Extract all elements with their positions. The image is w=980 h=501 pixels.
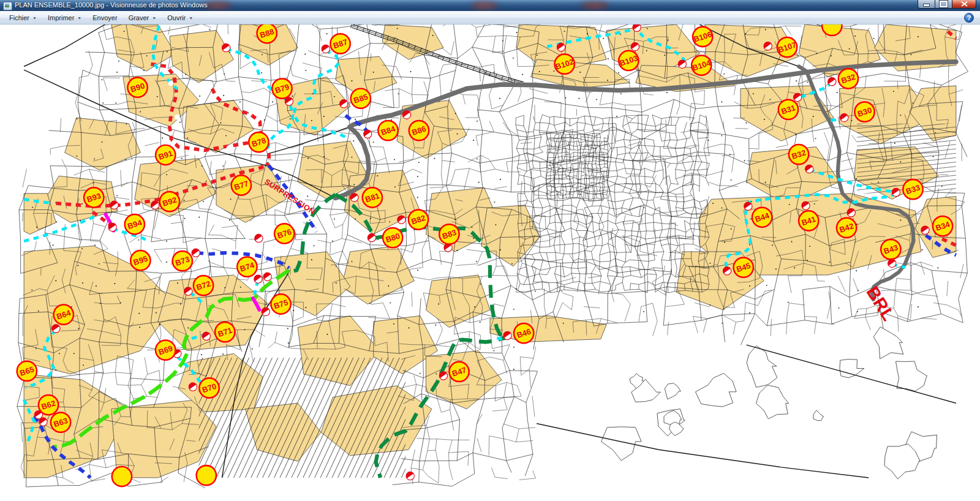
map-label-B85: B85 bbox=[351, 89, 371, 108]
map-label-B86: B86 bbox=[409, 121, 429, 140]
menu-item-fichier[interactable]: Fichier▼ bbox=[4, 12, 42, 23]
map-label-B107: B107 bbox=[777, 37, 797, 57]
minimize-icon bbox=[923, 4, 930, 7]
map-label-B69: B69 bbox=[156, 340, 175, 360]
help-icon: ? bbox=[967, 14, 971, 21]
menu-item-ouvrir[interactable]: Ouvrir▼ bbox=[162, 12, 198, 23]
route-gap-dot bbox=[227, 145, 232, 151]
titlebar[interactable]: PLAN ENSEMBLE_10000.jpg - Visionneuse de… bbox=[0, 0, 980, 12]
parcel-zone bbox=[216, 164, 286, 222]
parcel-zone bbox=[24, 246, 175, 374]
map-label-B32: B32 bbox=[789, 145, 809, 164]
map-label-B80: B80 bbox=[383, 228, 402, 247]
map-label-B95: B95 bbox=[130, 250, 150, 270]
map-label-B70: B70 bbox=[199, 378, 219, 397]
map-label-B63: B63 bbox=[51, 412, 70, 432]
road-line bbox=[537, 424, 869, 478]
map-label-B83: B83 bbox=[439, 224, 459, 244]
map-label-B34: B34 bbox=[933, 216, 952, 236]
map-label-B30: B30 bbox=[854, 102, 874, 121]
map-label-B78: B78 bbox=[249, 132, 268, 152]
map-label-B82: B82 bbox=[409, 209, 428, 229]
map-label-B41: B41 bbox=[799, 211, 818, 230]
map-image: B88B87B90B79B85B84B86B78B91B77B93B92B81B… bbox=[0, 24, 980, 501]
menu-item-label: Ouvrir bbox=[167, 14, 186, 21]
restore-button[interactable] bbox=[935, 0, 952, 9]
route-gap-dot bbox=[175, 115, 180, 120]
photo-viewer-window: PLAN ENSEMBLE_10000.jpg - Visionneuse de… bbox=[0, 0, 980, 501]
cyan-bit-b30 bbox=[831, 119, 840, 121]
parcel-zone bbox=[426, 275, 490, 328]
map-label-B77: B77 bbox=[232, 175, 251, 195]
menu-item-label: Imprimer bbox=[48, 14, 74, 21]
menu-item-imprimer[interactable]: Imprimer▼ bbox=[42, 12, 87, 23]
hydrant-marker bbox=[262, 271, 273, 283]
map-annotation-text: BRL bbox=[862, 283, 899, 325]
map-label-B104: B104 bbox=[691, 55, 712, 75]
chevron-down-icon: ▼ bbox=[77, 15, 81, 20]
parcel-mesh bbox=[546, 133, 608, 200]
map-label-B42: B42 bbox=[837, 218, 856, 238]
map-label-B47: B47 bbox=[449, 362, 469, 382]
map-label-B75: B75 bbox=[271, 294, 290, 314]
map-label-B65: B65 bbox=[17, 361, 37, 381]
window-controls bbox=[918, 0, 976, 9]
map-label-B74: B74 bbox=[237, 257, 257, 276]
parcel-zone bbox=[344, 170, 420, 235]
map-label-B71: B71 bbox=[215, 322, 235, 342]
map-label-B73: B73 bbox=[173, 251, 192, 271]
map-label-B33: B33 bbox=[903, 179, 922, 199]
close-icon bbox=[961, 1, 968, 7]
map-label-B45: B45 bbox=[734, 257, 753, 277]
map-label-B103: B103 bbox=[618, 51, 639, 70]
route-gap-dot bbox=[166, 140, 172, 145]
terrain-contours bbox=[601, 327, 937, 479]
photo-canvas: B88B87B90B79B85B84B86B78B91B77B93B92B81B… bbox=[0, 24, 980, 501]
help-button[interactable]: ? bbox=[964, 13, 974, 23]
hydrant-marker bbox=[253, 233, 265, 244]
route-gap-dot bbox=[168, 81, 174, 86]
map-label-B106: B106 bbox=[692, 27, 713, 47]
aero-glass-reflection bbox=[581, 1, 609, 10]
map-label-B79: B79 bbox=[272, 78, 292, 98]
hydrant-marker bbox=[366, 232, 378, 244]
photo-viewer-icon bbox=[3, 2, 12, 10]
map-label-B93: B93 bbox=[84, 187, 104, 207]
map-label-B43: B43 bbox=[881, 239, 900, 259]
chevron-down-icon: ▼ bbox=[32, 15, 37, 20]
parcel-zone bbox=[382, 24, 443, 59]
map-label-B64: B64 bbox=[54, 304, 74, 324]
parcel-zone bbox=[298, 316, 379, 386]
map-label-B72: B72 bbox=[194, 276, 213, 295]
chevron-down-icon: ▼ bbox=[152, 15, 156, 20]
minimize-button[interactable] bbox=[918, 0, 935, 9]
map-label-B46: B46 bbox=[514, 323, 533, 343]
map-label-B44: B44 bbox=[752, 208, 772, 227]
map-label-B91: B91 bbox=[156, 145, 175, 165]
menu-item-envoyer[interactable]: Envoyer bbox=[87, 12, 123, 23]
hydrant-marker bbox=[404, 470, 416, 482]
menu-item-label: Graver bbox=[129, 14, 149, 21]
road-line bbox=[24, 24, 105, 66]
restore-icon bbox=[940, 1, 948, 7]
menu-item-label: Fichier bbox=[9, 14, 29, 21]
map-label-partial bbox=[112, 467, 132, 486]
close-button[interactable] bbox=[952, 0, 976, 9]
map-label-partial bbox=[197, 465, 216, 485]
parcel-zone bbox=[111, 24, 176, 71]
map-label-B31: B31 bbox=[778, 100, 798, 119]
parcel-zone bbox=[65, 118, 141, 170]
window-title: PLAN ENSEMBLE_10000.jpg - Visionneuse de… bbox=[15, 1, 208, 9]
map-label-B87: B87 bbox=[330, 34, 350, 53]
menu-item-graver[interactable]: Graver▼ bbox=[123, 12, 162, 23]
chevron-down-icon: ▼ bbox=[189, 15, 193, 20]
parcel-zone bbox=[321, 386, 432, 456]
map-label-B88: B88 bbox=[257, 24, 277, 43]
map-label-B102: B102 bbox=[554, 55, 575, 74]
aero-glass-reflection bbox=[470, 1, 499, 10]
map-label-B32: B32 bbox=[839, 69, 858, 88]
hydrant-marker bbox=[826, 76, 838, 88]
map-label-B94: B94 bbox=[125, 214, 145, 234]
menu-items: Fichier▼Imprimer▼EnvoyerGraver▼Ouvrir▼ bbox=[0, 11, 198, 24]
parcel-zone bbox=[170, 31, 234, 83]
